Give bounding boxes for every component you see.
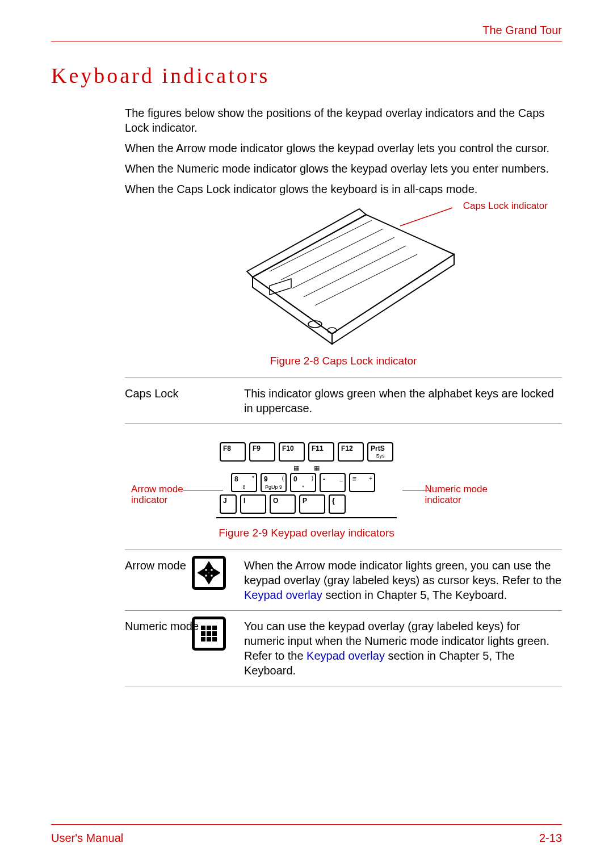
callout-caps-lock: Caps Lock indicator xyxy=(463,200,548,212)
svg-marker-13 xyxy=(205,563,212,572)
svg-rect-22 xyxy=(212,631,217,636)
page-footer: User's Manual 2-13 xyxy=(51,824,562,845)
svg-marker-14 xyxy=(205,574,212,583)
key-f9: F9 xyxy=(249,442,275,462)
key-0: )0* xyxy=(290,473,316,492)
section-heading: Keyboard indicators xyxy=(51,62,562,90)
key-minus: _- xyxy=(320,473,346,492)
figure-caption: Figure 2-9 Keypad overlay indicators xyxy=(51,526,562,540)
key-brace: { xyxy=(329,494,346,514)
arrow-mode-glyph-icon: ▦ xyxy=(293,464,299,472)
mode-table: Arrow mode When the Arrow mode indicator… xyxy=(125,550,562,686)
svg-rect-18 xyxy=(207,626,211,630)
key-i: I xyxy=(240,494,266,514)
arrow-mode-icon xyxy=(192,556,226,590)
intro-paragraph: The figures below show the positions of … xyxy=(125,106,562,135)
callout-arrow-mode: Arrow mode indicator xyxy=(131,484,183,505)
numeric-mode-glyph-icon: ▦ xyxy=(314,464,320,472)
key-9: (9PgUp 9 xyxy=(261,473,287,492)
footer-left: User's Manual xyxy=(51,831,123,845)
key-o: O xyxy=(270,494,296,514)
table-row: Numeric mode You can use the keypad over… xyxy=(125,611,562,686)
numeric-mode-icon xyxy=(192,617,226,651)
caps-lock-table: Caps Lock This indicator glows green whe… xyxy=(125,378,562,424)
callout-numeric-mode: Numeric mode indicator xyxy=(425,484,488,505)
intro-paragraph: When the Numeric mode indicator glows th… xyxy=(125,161,562,176)
key-prts: PrtSSys xyxy=(367,442,393,462)
svg-line-12 xyxy=(400,208,452,226)
intro-paragraph: When the Arrow mode indicator glows the … xyxy=(125,141,562,156)
intro-paragraph: When the Caps Lock indicator glows the k… xyxy=(125,182,562,196)
desc-caps-lock: This indicator glows green when the alph… xyxy=(244,386,562,416)
figure-2-9: Arrow mode indicator Numeric mode indica… xyxy=(51,440,562,540)
laptop-illustration: Caps Lock indicator xyxy=(230,203,457,351)
header-rule xyxy=(51,41,562,41)
svg-marker-16 xyxy=(210,569,219,576)
key-j: J xyxy=(220,494,237,514)
svg-rect-23 xyxy=(201,637,205,641)
figure-2-8: Caps Lock indicator Figure 2-8 Caps Lock… xyxy=(125,203,562,368)
svg-rect-19 xyxy=(212,626,217,630)
svg-rect-24 xyxy=(207,637,211,641)
link-keypad-overlay[interactable]: Keypad overlay xyxy=(306,649,385,662)
svg-rect-17 xyxy=(201,626,205,630)
key-8: *88 xyxy=(231,473,257,492)
key-equals: += xyxy=(349,473,375,492)
svg-marker-15 xyxy=(199,569,208,576)
chapter-name: The Grand Tour xyxy=(51,23,562,37)
desc-arrow-mode: When the Arrow mode indicator lights gre… xyxy=(244,558,562,602)
figure-caption: Figure 2-8 Caps Lock indicator xyxy=(125,354,562,368)
svg-rect-25 xyxy=(212,637,217,641)
svg-rect-21 xyxy=(207,631,211,636)
desc-numeric-mode: You can use the keypad overlay (gray lab… xyxy=(244,619,562,678)
key-f8: F8 xyxy=(220,442,246,462)
keypad-illustration: F8 F9 F10 F11 F12 PrtSSys ▦ ▦ *88 (9PgUp… xyxy=(216,440,397,518)
table-row: Caps Lock This indicator glows green whe… xyxy=(125,378,562,424)
key-f10: F10 xyxy=(279,442,305,462)
key-p: P xyxy=(299,494,325,514)
footer-page-number: 2-13 xyxy=(539,831,562,845)
link-keypad-overlay[interactable]: Keypad overlay xyxy=(244,589,322,601)
key-f12: F12 xyxy=(338,442,364,462)
svg-rect-20 xyxy=(201,631,205,636)
term-caps-lock: Caps Lock xyxy=(125,386,233,416)
table-row: Arrow mode When the Arrow mode indicator… xyxy=(125,550,562,611)
key-f11: F11 xyxy=(308,442,334,462)
